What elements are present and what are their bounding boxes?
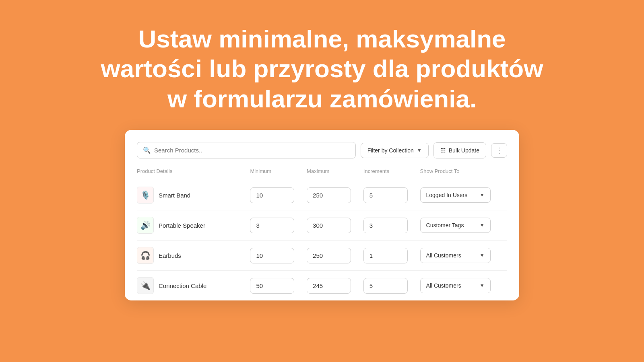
product-name: Earbuds bbox=[159, 252, 181, 259]
filter-by-collection-button[interactable]: Filter by Collection ▼ bbox=[361, 143, 429, 158]
show-product-dropdown[interactable]: All Customers ▼ bbox=[420, 278, 491, 293]
minimum-input[interactable] bbox=[250, 187, 294, 203]
show-product-dropdown[interactable]: Logged In Users ▼ bbox=[420, 187, 491, 203]
table-row: 🎧 Earbuds All Customers ▼ bbox=[137, 241, 507, 271]
header-product: Product Details bbox=[137, 168, 250, 180]
increments-input[interactable] bbox=[363, 218, 408, 233]
bulk-icon: ☷ bbox=[440, 147, 446, 154]
show-product-value: All Customers bbox=[426, 282, 461, 289]
show-product-dropdown[interactable]: Customer Tags ▼ bbox=[420, 218, 491, 233]
more-options-button[interactable]: ⋮ bbox=[491, 143, 507, 158]
filter-label: Filter by Collection bbox=[367, 147, 414, 154]
show-dropdown-chevron-icon: ▼ bbox=[480, 222, 485, 228]
show-product-value: Customer Tags bbox=[426, 222, 464, 228]
header-maximum: Maximum bbox=[307, 168, 363, 180]
show-dropdown-chevron-icon: ▼ bbox=[480, 283, 485, 288]
maximum-input[interactable] bbox=[307, 248, 351, 263]
product-name: Portable Speaker bbox=[159, 222, 205, 229]
search-icon: 🔍 bbox=[143, 146, 151, 154]
filter-chevron-icon: ▼ bbox=[417, 148, 422, 153]
header-minimum: Minimum bbox=[250, 168, 307, 180]
header-show-product: Show Product To bbox=[420, 168, 507, 180]
minimum-input[interactable] bbox=[250, 248, 294, 263]
increments-input[interactable] bbox=[363, 248, 408, 263]
main-card: 🔍 Filter by Collection ▼ ☷ Bulk Update ⋮… bbox=[125, 130, 519, 300]
table-header-row: Product Details Minimum Maximum Incremen… bbox=[137, 168, 507, 180]
maximum-input[interactable] bbox=[307, 218, 351, 233]
show-product-value: Logged In Users bbox=[426, 192, 468, 198]
more-icon: ⋮ bbox=[495, 147, 503, 154]
maximum-input[interactable] bbox=[307, 187, 351, 203]
search-input[interactable] bbox=[154, 147, 350, 154]
product-thumbnail: 🎧 bbox=[137, 247, 154, 264]
show-product-dropdown[interactable]: All Customers ▼ bbox=[420, 248, 491, 263]
product-thumbnail: 🎙️ bbox=[137, 187, 154, 204]
show-dropdown-chevron-icon: ▼ bbox=[480, 192, 485, 198]
table-row: 🔊 Portable Speaker Customer Tags ▼ bbox=[137, 210, 507, 241]
show-product-value: All Customers bbox=[426, 252, 461, 259]
products-table: Product Details Minimum Maximum Incremen… bbox=[137, 168, 507, 300]
show-dropdown-chevron-icon: ▼ bbox=[480, 253, 485, 258]
product-cell: 🔊 Portable Speaker bbox=[137, 217, 250, 234]
product-cell: 🔌 Connection Cable bbox=[137, 277, 250, 294]
toolbar: 🔍 Filter by Collection ▼ ☷ Bulk Update ⋮ bbox=[137, 142, 507, 158]
product-thumbnail: 🔌 bbox=[137, 277, 154, 294]
hero-title: Ustaw minimalne, maksymalne wartości lub… bbox=[101, 24, 543, 114]
table-row: 🎙️ Smart Band Logged In Users ▼ bbox=[137, 180, 507, 210]
minimum-input[interactable] bbox=[250, 278, 294, 294]
increments-input[interactable] bbox=[363, 187, 408, 203]
product-name: Smart Band bbox=[159, 192, 190, 199]
product-thumbnail: 🔊 bbox=[137, 217, 154, 234]
increments-input[interactable] bbox=[363, 278, 408, 294]
maximum-input[interactable] bbox=[307, 278, 351, 294]
minimum-input[interactable] bbox=[250, 218, 294, 233]
hero-section: Ustaw minimalne, maksymalne wartości lub… bbox=[21, 0, 624, 130]
bulk-label: Bulk Update bbox=[449, 147, 479, 154]
bulk-update-button[interactable]: ☷ Bulk Update bbox=[433, 142, 486, 158]
search-wrapper[interactable]: 🔍 bbox=[137, 142, 356, 158]
header-increments: Increments bbox=[363, 168, 420, 180]
table-row: 🔌 Connection Cable All Customers ▼ bbox=[137, 271, 507, 301]
product-cell: 🎙️ Smart Band bbox=[137, 187, 250, 204]
product-cell: 🎧 Earbuds bbox=[137, 247, 250, 264]
product-name: Connection Cable bbox=[159, 282, 206, 289]
